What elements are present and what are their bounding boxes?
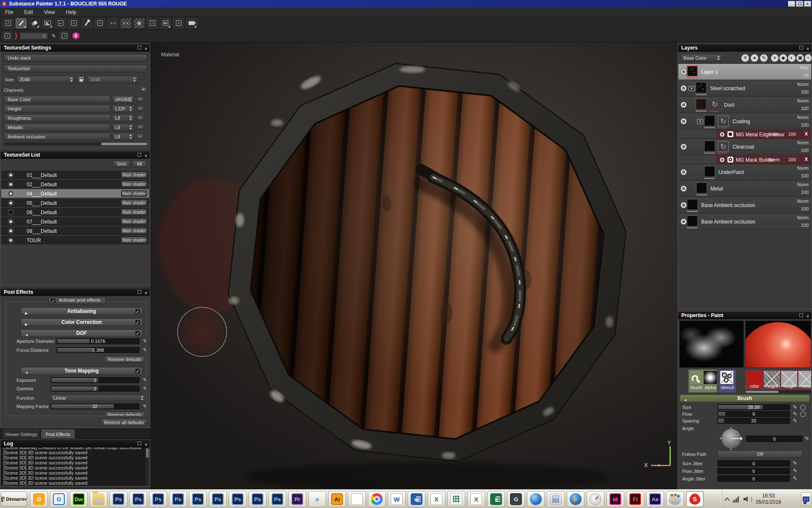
- textureset-radio[interactable]: [8, 182, 14, 187]
- effect-delete-button[interactable]: X: [805, 131, 808, 136]
- textureset-radio[interactable]: [8, 237, 14, 243]
- layer-thumbnail[interactable]: [704, 141, 715, 152]
- edit-pencil-icon[interactable]: ✎: [792, 404, 798, 410]
- channel-name-button[interactable]: Ambient occlusion: [4, 133, 110, 141]
- taskbar-app-word-2003[interactable]: W: [388, 491, 406, 507]
- horizontal-scrollbar[interactable]: [4, 142, 147, 146]
- taskbar-app-dreamweaver[interactable]: Dw: [70, 491, 88, 507]
- edit-pencil-icon[interactable]: ✎: [792, 411, 798, 417]
- export-textures-button[interactable]: ↗: [147, 18, 158, 28]
- textureset-row[interactable]: 04___DefaultMain shader: [1, 189, 149, 198]
- layer-thumbnail[interactable]: [704, 166, 715, 177]
- hidden-icons-chevron[interactable]: [724, 497, 730, 503]
- taskbar-app-games-bowl[interactable]: [666, 491, 684, 507]
- edit-pencil-icon[interactable]: ✎: [142, 347, 146, 353]
- fill-circle-icon[interactable]: ●: [751, 54, 758, 62]
- add-group-button[interactable]: ▣: [796, 54, 804, 62]
- main-shader-button[interactable]: Main shader: [121, 218, 147, 225]
- log-content[interactable]: [Scene Material] Creation of the shader …: [1, 447, 145, 486]
- layer-row[interactable]: ▾Steel scratchedNorm100: [678, 80, 811, 97]
- layer-thumbnail[interactable]: [696, 99, 707, 110]
- stroke-option-button[interactable]: ↗: [3, 32, 12, 40]
- projection-tool-button[interactable]: [42, 18, 53, 28]
- taskbar-app-calculator[interactable]: [547, 491, 565, 507]
- add-channel-button[interactable]: +: [140, 87, 147, 92]
- minimize-button[interactable]: _: [788, 1, 795, 7]
- 3d-viewport[interactable]: Material Y X z: [150, 42, 678, 489]
- taskbar-app-excel-2013[interactable]: x: [487, 491, 505, 507]
- activate-post-effects-row[interactable]: ✓ Activate post effects: [48, 297, 106, 304]
- main-shader-button[interactable]: Main shader: [121, 190, 147, 197]
- effect-delete-button[interactable]: X: [805, 157, 808, 162]
- layer-row[interactable]: Base Ambient occlusionNorm100: [678, 197, 811, 213]
- falloff-curve-icon[interactable]: ): [15, 32, 17, 40]
- substance-share-icon[interactable]: S: [72, 32, 80, 40]
- tone-mapping-section[interactable]: ▼Tone Mapping✓: [21, 367, 143, 375]
- alpha-tab-label[interactable]: alpha: [703, 385, 717, 390]
- effect-visibility-toggle[interactable]: [720, 132, 725, 137]
- textureset-radio[interactable]: [8, 172, 14, 178]
- uv-checker-button[interactable]: x x: [121, 18, 132, 28]
- textureset-row[interactable]: 02___DefaultMain shader: [1, 180, 149, 189]
- mapping-factor-slider[interactable]: 32: [50, 403, 140, 409]
- float-panel-icon[interactable]: [137, 153, 141, 157]
- layer-row[interactable]: Layer 1Pthr28: [678, 64, 811, 80]
- textureset-row[interactable]: 06___DefaultMain shader: [1, 208, 149, 217]
- folder-toggle-icon[interactable]: ▾: [689, 86, 695, 91]
- menu-help[interactable]: Help: [66, 9, 77, 15]
- aperture-slider[interactable]: 0.1576: [57, 338, 140, 344]
- exposure-slider[interactable]: 1: [50, 377, 140, 383]
- visibility-toggle[interactable]: [680, 118, 687, 124]
- textureset-row[interactable]: TOURMain shader: [1, 236, 149, 245]
- layer-row[interactable]: UnderPaintNorm100: [678, 164, 811, 180]
- 2d-view-button[interactable]: ↗: [173, 18, 184, 28]
- layer-thumbnail[interactable]: [704, 115, 715, 126]
- taskbar-app-safari[interactable]: [587, 491, 604, 507]
- dof-checkbox[interactable]: ✓: [135, 331, 140, 336]
- tab-viewer-settings[interactable]: Viewer Settings: [3, 429, 39, 439]
- color-correction-section[interactable]: ▶Color Correction✓: [21, 318, 143, 326]
- symmetry-button[interactable]: ▶◀: [107, 18, 118, 28]
- size-jitter-field[interactable]: 0: [717, 460, 790, 467]
- layer-effect-row[interactable]: MG Mask BuilderNorm100X: [678, 155, 811, 164]
- brush-tab-icon[interactable]: [690, 371, 703, 384]
- layer-effect-row[interactable]: MG Metal Edge WearNorm100X: [678, 130, 811, 139]
- edit-pencil-icon[interactable]: ✎: [792, 475, 798, 481]
- restore-all-defaults-button[interactable]: Restore all defaults: [101, 419, 147, 426]
- layer-row[interactable]: ↻ClearcoatNorm100: [678, 139, 811, 155]
- add-effect-button[interactable]: ◐: [788, 54, 796, 62]
- main-shader-button[interactable]: Main shader: [121, 209, 147, 215]
- remove-channel-button[interactable]: −: [137, 97, 144, 102]
- channel-name-button[interactable]: Roughness: [4, 114, 110, 122]
- tone-mapping-checkbox[interactable]: ✓: [135, 368, 140, 374]
- main-shader-button[interactable]: Main shader: [121, 237, 147, 243]
- visibility-toggle[interactable]: [680, 169, 687, 175]
- spacing-slider[interactable]: 20: [717, 418, 790, 424]
- folder-toggle-icon[interactable]: ▾: [697, 119, 703, 124]
- textureset-radio[interactable]: [8, 210, 14, 215]
- layer-row[interactable]: MetalNorm100: [678, 181, 811, 197]
- size-slider[interactable]: 28.39: [717, 404, 790, 410]
- layer-thumbnail[interactable]: [687, 215, 698, 226]
- brush-tab-label[interactable]: brush: [689, 385, 703, 390]
- undo-stack-button[interactable]: Undo stack: [4, 54, 147, 62]
- layer-thumbnail[interactable]: [687, 66, 698, 77]
- float-panel-icon[interactable]: [137, 442, 141, 445]
- taskbar-app-photoshop-3[interactable]: Ps: [149, 491, 167, 507]
- channel-format-select[interactable]: L8: [112, 114, 134, 122]
- taskbar-app-chrome[interactable]: [368, 491, 386, 507]
- focus-slider[interactable]: 2.398: [57, 347, 140, 353]
- taskbar-app-illustrator[interactable]: Ai: [328, 491, 346, 507]
- textureset-radio[interactable]: [8, 228, 14, 234]
- close-button[interactable]: ×: [804, 1, 811, 7]
- layers-channel-select[interactable]: Base Color: [680, 54, 722, 62]
- textureset-row[interactable]: 01___DefaultMain shader: [1, 171, 149, 179]
- effect-visibility-toggle[interactable]: [720, 157, 725, 163]
- eraser-tool-button[interactable]: [29, 18, 40, 28]
- taskbar-app-photoshop-9[interactable]: Ps: [269, 491, 286, 507]
- layer-thumbnail[interactable]: [696, 182, 707, 193]
- preview-toggle-icon[interactable]: [800, 405, 806, 410]
- taskbar-app-media-player[interactable]: ▶: [567, 491, 584, 507]
- swatch-scrollbar[interactable]: [745, 390, 811, 393]
- main-shader-button[interactable]: Main shader: [121, 181, 147, 188]
